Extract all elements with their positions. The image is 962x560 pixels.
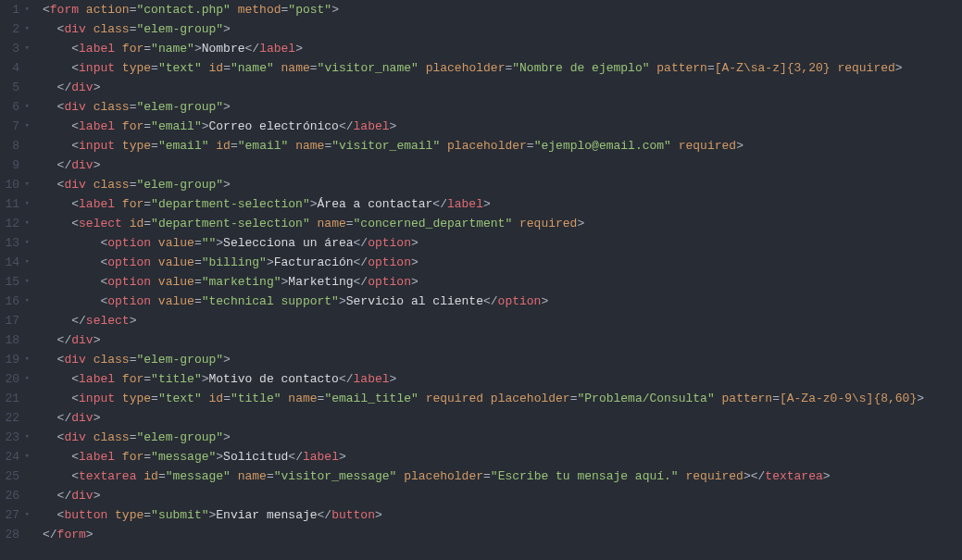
line-number[interactable]: 9	[0, 156, 30, 175]
line-number[interactable]: 22	[0, 408, 30, 428]
token-attr: value	[158, 255, 194, 269]
code-line[interactable]: <label for="name">Nombre</label>	[43, 39, 924, 58]
code-line[interactable]: </div>	[43, 486, 924, 505]
fold-icon[interactable]: ▾	[22, 233, 30, 253]
token-punct: </	[354, 236, 369, 250]
code-line[interactable]: </div>	[43, 408, 924, 428]
token-attr: required	[679, 139, 736, 153]
code-line[interactable]: <div class="elem-group">	[43, 350, 924, 369]
line-number[interactable]: 15▾	[0, 272, 30, 292]
token-tag: div	[64, 353, 85, 367]
token-punct: <	[71, 469, 79, 483]
code-line[interactable]: </form>	[43, 525, 924, 544]
line-number[interactable]: 26	[0, 486, 30, 505]
code-line[interactable]: </div>	[43, 78, 924, 97]
token-plain	[122, 217, 130, 230]
line-number-gutter[interactable]: 1▾2▾3▾456▾7▾8910▾11▾12▾13▾14▾15▾16▾17181…	[0, 0, 39, 560]
fold-icon[interactable]: ▾	[22, 194, 30, 214]
code-line[interactable]: <form action="contact.php" method="post"…	[43, 0, 924, 19]
fold-icon[interactable]: ▾	[22, 292, 30, 311]
fold-icon[interactable]: ▾	[22, 447, 30, 467]
fold-icon[interactable]: ▾	[22, 117, 30, 136]
fold-icon[interactable]: ▾	[22, 505, 30, 525]
code-line[interactable]: <textarea id="message" name="visitor_mes…	[43, 467, 924, 486]
token-punct: </	[354, 255, 369, 269]
code-line[interactable]: <select id="department-selection" name="…	[43, 214, 924, 233]
line-number[interactable]: 19▾	[0, 350, 30, 369]
code-line[interactable]: <label for="message">Solicitud</label>	[43, 447, 924, 467]
code-line[interactable]: <label for="title">Motivo de contacto</l…	[43, 369, 924, 389]
code-line[interactable]: <option value="billing">Facturación</opt…	[43, 253, 924, 272]
token-tag: label	[79, 119, 115, 133]
line-number[interactable]: 5	[0, 78, 30, 97]
line-number[interactable]: 17	[0, 311, 30, 330]
token-attr: placeholder	[447, 139, 527, 153]
code-line[interactable]: </div>	[43, 156, 924, 175]
code-line[interactable]: <input type="text" id="name" name="visit…	[43, 58, 924, 78]
code-line[interactable]: <div class="elem-group">	[43, 19, 924, 39]
token-punct: >	[223, 430, 231, 444]
line-number[interactable]: 3▾	[0, 39, 30, 58]
line-number[interactable]: 8	[0, 136, 30, 156]
token-plain	[86, 22, 94, 36]
line-number[interactable]: 2▾	[0, 19, 30, 39]
line-number[interactable]: 1▾	[0, 0, 30, 19]
line-number[interactable]: 14▾	[0, 253, 30, 272]
line-number[interactable]: 27▾	[0, 505, 30, 525]
line-number[interactable]: 28	[0, 525, 30, 544]
line-number[interactable]: 24▾	[0, 447, 30, 467]
code-line[interactable]: <option value="">Selecciona un área</opt…	[43, 233, 924, 253]
line-number[interactable]: 20▾	[0, 369, 30, 389]
token-eq: =	[194, 275, 202, 289]
fold-icon[interactable]: ▾	[22, 39, 30, 58]
line-number[interactable]: 6▾	[0, 97, 30, 117]
token-plain	[202, 392, 209, 405]
token-plain	[115, 197, 122, 211]
fold-icon[interactable]: ▾	[22, 253, 30, 272]
code-line[interactable]: <label for="department-selection">Área a…	[43, 194, 924, 214]
token-str: "elem-group"	[136, 430, 223, 444]
line-number[interactable]: 18	[0, 330, 30, 350]
code-line[interactable]: <option value="technical support">Servic…	[43, 292, 924, 311]
code-line[interactable]: <label for="email">Correo electrónico</l…	[43, 117, 924, 136]
token-plain	[310, 217, 318, 230]
line-number[interactable]: 13▾	[0, 233, 30, 253]
token-str: "email"	[238, 139, 289, 153]
token-tag: option	[498, 294, 542, 308]
code-line[interactable]: <input type="email" id="email" name="vis…	[43, 136, 924, 156]
code-line[interactable]: <div class="elem-group">	[43, 97, 924, 117]
code-area[interactable]: <form action="contact.php" method="post"…	[39, 0, 924, 560]
code-line[interactable]: <input type="text" id="title" name="emai…	[43, 389, 924, 408]
line-number[interactable]: 21	[0, 389, 30, 408]
line-number[interactable]: 4	[0, 58, 30, 78]
token-tag: option	[368, 236, 411, 250]
code-line[interactable]: <div class="elem-group">	[43, 175, 924, 194]
token-punct: <	[71, 119, 79, 133]
token-punct: >	[736, 139, 743, 153]
code-line[interactable]: <div class="elem-group">	[43, 428, 924, 447]
line-number[interactable]: 16▾	[0, 292, 30, 311]
fold-icon[interactable]: ▾	[22, 0, 30, 19]
line-number[interactable]: 10▾	[0, 175, 30, 194]
code-editor[interactable]: 1▾2▾3▾456▾7▾8910▾11▾12▾13▾14▾15▾16▾17181…	[0, 0, 962, 560]
fold-icon[interactable]: ▾	[22, 272, 30, 292]
line-number[interactable]: 12▾	[0, 214, 30, 233]
line-number[interactable]: 11▾	[0, 194, 30, 214]
code-line[interactable]: </select>	[43, 311, 924, 330]
token-text: Nombre	[202, 42, 245, 56]
code-line[interactable]: </div>	[43, 330, 924, 350]
line-number[interactable]: 25	[0, 467, 30, 486]
token-punct: >	[86, 528, 94, 541]
code-line[interactable]: <option value="marketing">Marketing</opt…	[43, 272, 924, 292]
line-number[interactable]: 23▾	[0, 428, 30, 447]
line-number[interactable]: 7▾	[0, 117, 30, 136]
code-line[interactable]: <button type="submit">Enviar mensaje</bu…	[43, 505, 924, 525]
fold-icon[interactable]: ▾	[22, 428, 30, 447]
fold-icon[interactable]: ▾	[22, 97, 30, 117]
token-attr: [A-Za-z0-9\s]{8,60}	[780, 392, 917, 405]
fold-icon[interactable]: ▾	[22, 175, 30, 194]
fold-icon[interactable]: ▾	[22, 369, 30, 389]
fold-icon[interactable]: ▾	[22, 350, 30, 369]
fold-icon[interactable]: ▾	[22, 214, 30, 233]
fold-icon[interactable]: ▾	[22, 19, 30, 39]
